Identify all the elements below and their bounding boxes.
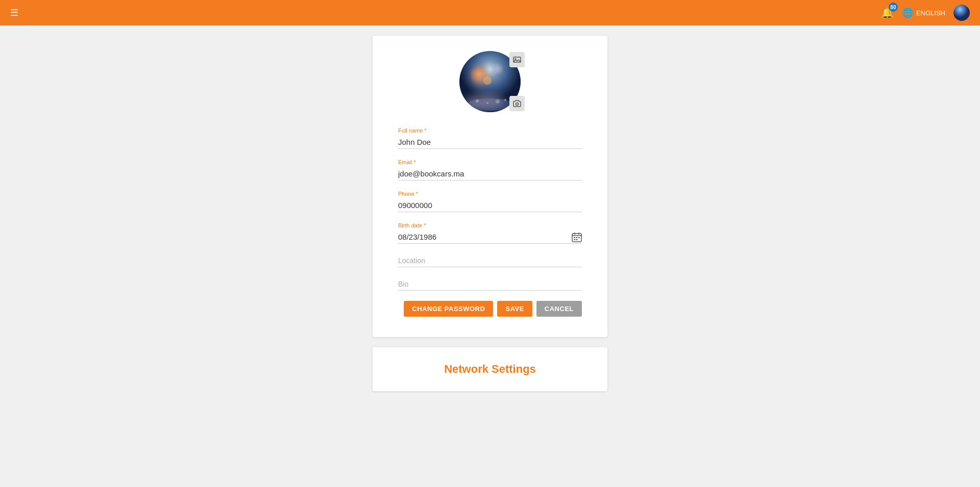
- location-group: [398, 254, 582, 267]
- image-icon: [513, 56, 521, 64]
- network-settings-card: Network Settings: [373, 347, 607, 391]
- button-row: CHANGE PASSWORD SAVE CANCEL: [398, 301, 582, 317]
- app-header: ☰ 🔔 80 🌐 ENGLISH: [0, 0, 980, 25]
- phone-label: Phone *: [398, 191, 582, 197]
- location-input[interactable]: [398, 254, 582, 267]
- svg-point-4: [492, 63, 504, 75]
- calendar-icon: [572, 232, 582, 242]
- edit-image-button[interactable]: [509, 52, 525, 67]
- svg-point-5: [483, 76, 492, 85]
- save-button[interactable]: SAVE: [497, 301, 532, 317]
- notification-button[interactable]: 🔔 80: [881, 7, 894, 19]
- svg-rect-18: [574, 237, 575, 238]
- svg-rect-21: [574, 239, 575, 240]
- content-center: Full name * Email * Phone * Birth date *: [373, 36, 607, 487]
- notification-badge: 80: [889, 3, 898, 12]
- birth-date-input[interactable]: [398, 230, 582, 244]
- header-right: 🔔 80 🌐 ENGLISH: [881, 5, 970, 21]
- camera-button[interactable]: [509, 96, 525, 111]
- email-group: Email *: [398, 159, 582, 181]
- bio-group: [398, 277, 582, 291]
- avatar-section: [398, 51, 582, 112]
- main-content: Full name * Email * Phone * Birth date *: [0, 0, 980, 487]
- language-selector[interactable]: 🌐 ENGLISH: [902, 7, 945, 18]
- email-input[interactable]: [398, 167, 582, 181]
- full-name-group: Full name *: [398, 127, 582, 149]
- header-left: ☰: [10, 7, 18, 18]
- svg-rect-20: [578, 237, 580, 238]
- svg-point-3: [470, 65, 488, 83]
- change-password-button[interactable]: CHANGE PASSWORD: [404, 301, 493, 317]
- svg-rect-22: [576, 239, 578, 240]
- avatar-image: [953, 5, 970, 21]
- svg-point-13: [516, 103, 519, 106]
- globe-icon: 🌐: [902, 7, 913, 18]
- language-label: ENGLISH: [916, 9, 945, 17]
- user-avatar[interactable]: [953, 5, 970, 21]
- svg-point-7: [476, 99, 479, 102]
- cancel-button[interactable]: CANCEL: [536, 301, 582, 317]
- phone-group: Phone *: [398, 191, 582, 212]
- full-name-input[interactable]: [398, 136, 582, 149]
- avatar-container: [459, 51, 521, 112]
- full-name-label: Full name *: [398, 127, 582, 134]
- birth-date-label: Birth date *: [398, 222, 582, 228]
- email-label: Email *: [398, 159, 582, 165]
- svg-point-9: [496, 99, 500, 104]
- bio-input[interactable]: [398, 277, 582, 291]
- menu-icon[interactable]: ☰: [10, 7, 18, 18]
- network-settings-title: Network Settings: [398, 363, 582, 376]
- camera-icon: [513, 99, 521, 108]
- svg-rect-19: [576, 237, 578, 238]
- svg-point-10: [504, 99, 506, 101]
- svg-point-8: [486, 102, 488, 104]
- birth-date-group: Birth date *: [398, 222, 582, 244]
- phone-input[interactable]: [398, 199, 582, 212]
- birth-date-wrapper: [398, 230, 582, 244]
- svg-point-0: [953, 5, 970, 21]
- profile-card: Full name * Email * Phone * Birth date *: [373, 36, 607, 337]
- calendar-button[interactable]: [572, 232, 582, 242]
